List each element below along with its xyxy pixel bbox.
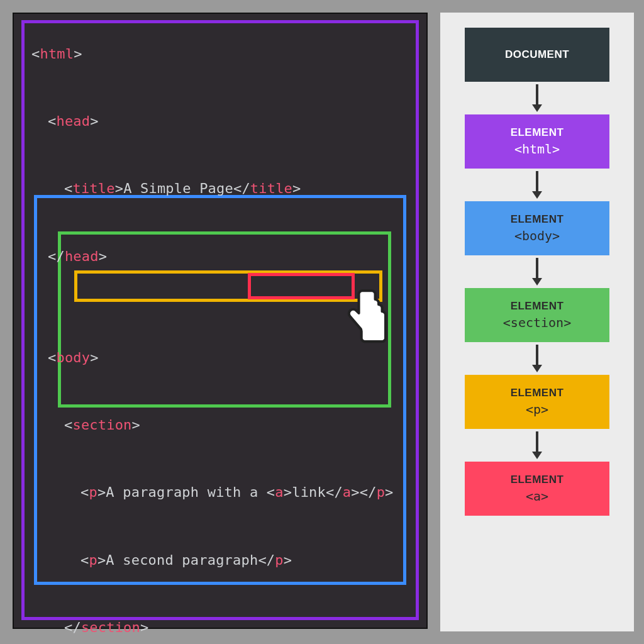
tree-arrow — [531, 169, 543, 201]
tree-node-tag: <p> — [526, 402, 548, 417]
dom-tree-panel: DOCUMENT ELEMENT <html> ELEMENT <body> E… — [440, 13, 634, 631]
tree-arrow — [531, 82, 543, 114]
tree-node-type: DOCUMENT — [505, 48, 569, 61]
tree-node-type: ELEMENT — [511, 126, 564, 139]
tree-arrow — [531, 342, 543, 375]
tree-node-type: ELEMENT — [511, 387, 564, 399]
svg-marker-1 — [532, 104, 542, 112]
svg-marker-9 — [532, 452, 542, 459]
tree-node-document: DOCUMENT — [465, 28, 609, 82]
tree-arrow — [531, 429, 543, 462]
tree-node-section: ELEMENT <section> — [465, 288, 609, 342]
tree-node-tag: <section> — [503, 315, 571, 330]
tree-arrow — [531, 255, 543, 288]
title-text: A Simple Page — [123, 180, 233, 196]
link-text: link — [292, 484, 326, 500]
code-source: <html> <head> <title>A Simple Page</titl… — [31, 29, 413, 644]
tree-node-type: ELEMENT — [511, 213, 564, 226]
p1-text: A paragraph with a — [106, 484, 266, 500]
svg-marker-3 — [532, 191, 542, 199]
p2-text: A second paragraph — [106, 552, 258, 568]
tree-node-type: ELEMENT — [511, 300, 564, 313]
tree-node-body: ELEMENT <body> — [465, 201, 609, 255]
tree-node-html: ELEMENT <html> — [465, 114, 609, 169]
tree-node-type: ELEMENT — [511, 474, 564, 486]
tree-node-p: ELEMENT <p> — [465, 375, 609, 429]
svg-marker-7 — [532, 365, 542, 372]
tree-node-a: ELEMENT <a> — [465, 462, 609, 516]
code-panel: <html> <head> <title>A Simple Page</titl… — [13, 13, 428, 629]
tree-node-tag: <a> — [526, 489, 548, 504]
tree-node-tag: <body> — [514, 228, 560, 243]
svg-marker-5 — [532, 278, 542, 286]
tree-node-tag: <html> — [514, 142, 560, 157]
